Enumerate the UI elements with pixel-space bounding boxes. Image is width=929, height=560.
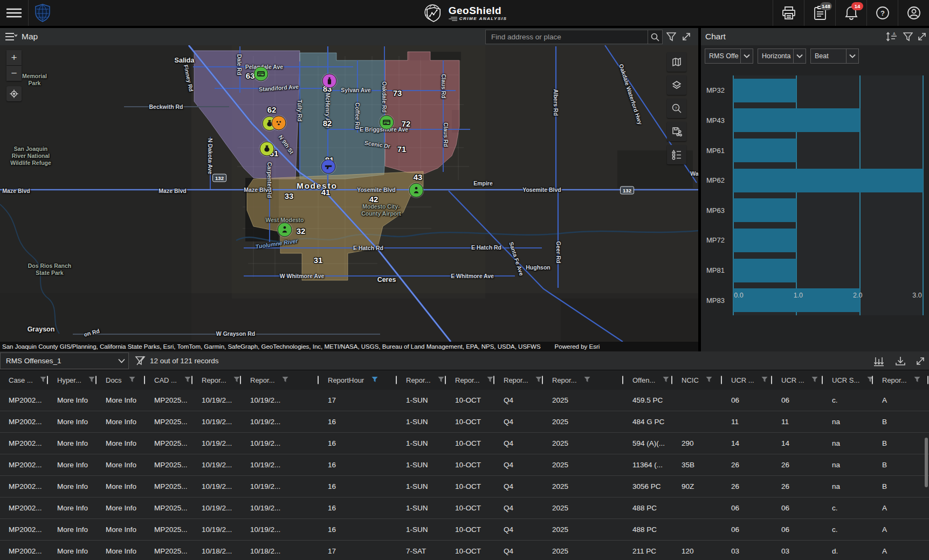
column-filter-icon[interactable] [663, 376, 669, 383]
cell-hyperlink[interactable]: More Info [49, 411, 97, 433]
cell-docs-link[interactable]: More Info [97, 454, 146, 476]
column-filter-icon[interactable] [706, 376, 712, 383]
basemap-button[interactable] [667, 52, 686, 72]
table-row[interactable]: MP2002... More Info More Info MP2025... … [0, 476, 929, 497]
table-row[interactable]: MP2002... More Info More Info MP2025... … [0, 519, 929, 541]
agency-logo[interactable] [29, 0, 57, 26]
column-header[interactable]: Hyper... [49, 370, 97, 390]
column-filter-icon[interactable] [487, 376, 493, 383]
column-header[interactable]: Offen... [624, 370, 673, 390]
save-share-button[interactable] [667, 122, 686, 141]
chart-dropdown[interactable]: RMS Offe [705, 49, 753, 64]
chart-bar[interactable] [733, 169, 923, 192]
column-filter-icon[interactable] [371, 376, 378, 383]
column-filter-icon[interactable] [761, 376, 768, 383]
cell-cad-link[interactable]: MP2025... [146, 411, 193, 433]
chart-bar[interactable] [733, 229, 796, 252]
layers-button[interactable] [667, 75, 686, 95]
column-header[interactable]: UCR ... [722, 370, 773, 390]
chart-sort-button[interactable]: A [886, 31, 898, 43]
cell-cad-link[interactable]: MP2025... [146, 541, 193, 560]
column-header[interactable]: ReportHour [319, 370, 397, 390]
clear-filter-icon[interactable] [135, 355, 146, 366]
table-row[interactable]: MP2002... More Info More Info MP2025... … [0, 411, 929, 433]
legend-button[interactable] [667, 145, 686, 164]
search-input[interactable] [486, 30, 648, 44]
cell-hyperlink[interactable]: More Info [49, 454, 97, 476]
column-header[interactable]: NCIC [673, 370, 722, 390]
column-header[interactable]: Repor... [193, 370, 242, 390]
crime-marker[interactable] [278, 223, 292, 237]
cell-docs-link[interactable]: More Info [97, 541, 146, 560]
chart-bar[interactable] [733, 108, 860, 132]
cell-hyperlink[interactable]: More Info [49, 541, 97, 560]
crime-marker[interactable] [380, 115, 394, 130]
print-button[interactable] [782, 6, 796, 19]
identify-button[interactable]: ? [667, 99, 686, 118]
crime-marker[interactable] [260, 142, 274, 156]
table-row[interactable]: MP2002... More Info More Info MP2025... … [0, 390, 929, 411]
crime-marker[interactable] [272, 116, 286, 130]
column-header[interactable]: UCR ... [773, 370, 823, 390]
chart-filter-button[interactable] [902, 31, 914, 43]
column-header[interactable]: Repor... [446, 370, 495, 390]
column-header[interactable]: Case ... [0, 370, 49, 390]
column-filter-icon[interactable] [40, 376, 46, 383]
column-filter-icon[interactable] [535, 376, 542, 383]
download-button[interactable] [894, 355, 907, 368]
help-button[interactable]: ? [876, 6, 890, 20]
layer-select[interactable]: RMS Offenses_1 [0, 352, 129, 369]
table-row[interactable]: MP2002... More Info More Info MP2025... … [0, 541, 929, 560]
cell-hyperlink[interactable]: More Info [49, 497, 97, 519]
column-filter-icon[interactable] [88, 376, 95, 383]
map-filter-button[interactable] [665, 31, 677, 43]
account-button[interactable] [907, 6, 921, 20]
map-expand-button[interactable] [680, 31, 692, 43]
chart-expand-button[interactable] [916, 31, 928, 43]
map-menu-icon[interactable] [5, 32, 17, 41]
table-row[interactable]: MP2002... More Info More Info MP2025... … [0, 454, 929, 476]
column-header[interactable]: Repor... [397, 370, 446, 390]
crime-marker[interactable] [321, 160, 336, 174]
crime-marker[interactable] [322, 74, 337, 88]
chart-bar[interactable] [733, 198, 796, 222]
cell-cad-link[interactable]: MP2025... [146, 497, 193, 519]
column-filter-icon[interactable] [129, 376, 135, 383]
cell-cad-link[interactable]: MP2025... [146, 390, 193, 411]
cell-cad-link[interactable]: MP2025... [146, 433, 193, 454]
cell-cad-link[interactable]: MP2025... [146, 519, 193, 541]
chart-bar[interactable] [733, 139, 796, 162]
chart-dropdown[interactable]: Beat [810, 49, 859, 64]
column-header[interactable]: UCR S... [823, 370, 873, 390]
cell-docs-link[interactable]: More Info [97, 497, 146, 519]
table-expand-button[interactable] [914, 355, 927, 368]
column-filter-icon[interactable] [914, 376, 920, 383]
chart-bar[interactable] [733, 79, 796, 102]
cell-cad-link[interactable]: MP2025... [146, 454, 193, 476]
column-filter-icon[interactable] [233, 376, 240, 383]
cell-docs-link[interactable]: More Info [97, 476, 146, 497]
cell-hyperlink[interactable]: More Info [49, 519, 97, 541]
chart-dropdown[interactable]: Horizonta [758, 49, 806, 64]
column-filter-icon[interactable] [438, 376, 444, 383]
crime-marker[interactable] [409, 183, 424, 198]
cell-hyperlink[interactable]: More Info [49, 390, 97, 411]
table-scrollbar[interactable] [925, 438, 928, 487]
map-canvas[interactable]: Salida Pelandale Ave Standiford Ave Sylv… [0, 45, 698, 342]
cell-cad-link[interactable]: MP2025... [146, 476, 193, 497]
table-row[interactable]: MP2002... More Info More Info MP2025... … [0, 497, 929, 519]
main-menu-button[interactable] [0, 0, 28, 26]
search-button[interactable] [648, 30, 662, 44]
column-filter-icon[interactable] [584, 376, 590, 383]
zoom-out-button[interactable]: − [6, 66, 22, 81]
zoom-in-button[interactable]: + [6, 50, 22, 65]
column-header[interactable]: Repor... [873, 370, 929, 390]
column-header[interactable]: CAD ... [146, 370, 193, 390]
chart-bar[interactable] [733, 259, 796, 282]
column-filter-icon[interactable] [811, 376, 818, 383]
cell-docs-link[interactable]: More Info [97, 519, 146, 541]
column-filter-icon[interactable] [184, 376, 191, 383]
cell-hyperlink[interactable]: More Info [49, 476, 97, 497]
cell-hyperlink[interactable]: More Info [49, 433, 97, 454]
cell-docs-link[interactable]: More Info [97, 390, 146, 411]
